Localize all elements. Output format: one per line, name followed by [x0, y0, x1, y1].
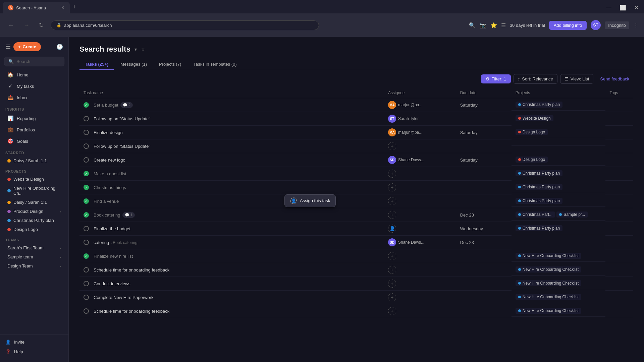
task-name[interactable]: Set a budget: [94, 103, 118, 108]
task-name[interactable]: Finalize the budget: [94, 226, 130, 231]
back-button[interactable]: ←: [5, 20, 17, 30]
task-checkbox[interactable]: [84, 116, 89, 121]
table-row[interactable]: ✓Christmas things+ Christmas Party plan: [79, 181, 633, 194]
bookmark-icon[interactable]: ⭐: [490, 22, 497, 28]
task-checkbox[interactable]: [84, 240, 89, 245]
menu-icon[interactable]: ⋮: [633, 22, 639, 28]
help-button[interactable]: ❓ Help: [0, 347, 68, 357]
hamburger-button[interactable]: ☰: [5, 43, 11, 51]
screenshot-icon[interactable]: 📷: [480, 22, 486, 28]
task-checkbox[interactable]: ✓: [84, 102, 89, 108]
task-checkbox[interactable]: [84, 130, 89, 135]
assign-placeholder[interactable]: +: [388, 293, 396, 301]
project-tag[interactable]: Christmas Party plan: [516, 170, 562, 176]
assign-placeholder[interactable]: +: [388, 266, 396, 274]
project-tag[interactable]: Christmas Party plan: [516, 198, 562, 204]
sidebar-item-home[interactable]: 🏠 Home: [2, 69, 66, 80]
view-button[interactable]: ☰ View: List: [560, 74, 593, 84]
team-sarahs-first[interactable]: Sarah's First Team ›: [2, 244, 66, 252]
task-checkbox[interactable]: [84, 143, 89, 149]
table-row[interactable]: ✓Finalize new hire list+ New Hire Onboar…: [79, 249, 633, 263]
address-bar[interactable]: 🔒 app.asana.com/0/search: [51, 20, 319, 30]
tab-close-button[interactable]: ×: [61, 5, 64, 11]
task-checkbox[interactable]: ✓: [84, 198, 89, 204]
task-name[interactable]: Create new logo: [94, 158, 125, 163]
assign-placeholder[interactable]: +: [388, 197, 396, 205]
invite-button[interactable]: 👤 Invite: [0, 337, 68, 347]
recent-button[interactable]: 🕐: [56, 44, 63, 50]
task-name[interactable]: Conduct interviews: [94, 281, 130, 286]
assign-placeholder[interactable]: +: [388, 170, 396, 178]
table-row[interactable]: catering ‹ Book cateringSDShane Daws...D…: [79, 236, 633, 249]
tab-projects[interactable]: Projects (7): [154, 59, 186, 70]
project-tag[interactable]: Design Logo: [516, 129, 548, 135]
starred-item-daisy-sarah[interactable]: Daisy / Sarah 1:1: [2, 157, 66, 165]
project-design-logo[interactable]: Design Logo: [2, 225, 66, 234]
project-tag[interactable]: New Hire Onboarding Checklist: [516, 308, 581, 314]
table-row[interactable]: Finalize designMAmarjun@pa...Saturday De…: [79, 126, 633, 139]
task-name[interactable]: Complete New Hire Paperwork: [94, 295, 153, 300]
table-row[interactable]: Conduct interviews+ New Hire Onboarding …: [79, 277, 633, 291]
sidebar-item-goals[interactable]: 🎯 Goals: [2, 136, 66, 146]
sort-button[interactable]: ↕ Sort: Relevance: [514, 74, 557, 84]
project-tag[interactable]: Website Design: [516, 115, 553, 121]
user-avatar[interactable]: ST: [591, 20, 601, 30]
assign-placeholder[interactable]: +: [388, 280, 396, 288]
project-tag[interactable]: Christmas Party plan: [516, 225, 562, 231]
project-tag[interactable]: New Hire Onboarding Checklist: [516, 294, 581, 300]
sidebar-item-portfolios[interactable]: 💼 Portfolios: [2, 124, 66, 135]
create-button[interactable]: + Create: [13, 42, 41, 51]
tab-templates[interactable]: Tasks in Templates (0): [188, 59, 242, 70]
table-row[interactable]: Finalize the budget👤Wednesday Christmas …: [79, 222, 633, 236]
table-row[interactable]: Follow up on "Status Update"STSarah Tyle…: [79, 112, 633, 126]
assign-placeholder[interactable]: +: [388, 307, 396, 315]
project-new-hire[interactable]: New Hire Onboarding Ch...: [2, 184, 66, 197]
project-tag[interactable]: Sample pr...: [556, 212, 588, 218]
sidebar-item-inbox[interactable]: 📥 Inbox: [2, 92, 66, 103]
task-checkbox[interactable]: ✓: [84, 253, 89, 259]
assign-placeholder[interactable]: +: [388, 142, 396, 150]
project-website-design[interactable]: Website Design: [2, 175, 66, 183]
billing-button[interactable]: Add billing info: [549, 21, 587, 30]
assign-placeholder[interactable]: +: [388, 211, 396, 219]
title-star-button[interactable]: ☆: [141, 47, 145, 52]
task-checkbox[interactable]: ✓: [84, 212, 89, 218]
search-icon[interactable]: 🔍: [469, 22, 476, 28]
sidebar-item-mytasks[interactable]: ✓ My tasks: [2, 81, 66, 92]
task-name[interactable]: Christmas things: [94, 185, 126, 190]
task-name[interactable]: Schedule time for onboarding feedback: [94, 267, 169, 273]
project-tag[interactable]: Christmas Party plan: [516, 102, 562, 108]
sidebar-search[interactable]: 🔍 Search: [4, 57, 64, 66]
task-checkbox[interactable]: ✓: [84, 171, 89, 176]
sidebar-toggle-icon[interactable]: ☰: [501, 22, 506, 28]
assign-placeholder[interactable]: 👤: [388, 225, 396, 233]
task-name[interactable]: Find a venue: [94, 199, 119, 204]
project-tag[interactable]: New Hire Onboarding Checklist: [516, 280, 581, 286]
project-tag[interactable]: Christmas Part...: [516, 212, 555, 218]
project-christmas-party[interactable]: Christmas Party plan: [2, 216, 66, 225]
task-checkbox[interactable]: ✓: [84, 185, 89, 190]
active-tab[interactable]: A Search - Asana ×: [3, 2, 70, 13]
table-row[interactable]: ✓Make a guest list+ Christmas Party plan: [79, 167, 633, 181]
task-checkbox[interactable]: [84, 226, 89, 231]
table-row[interactable]: Complete New Hire Paperwork+ New Hire On…: [79, 291, 633, 304]
assign-placeholder[interactable]: +: [388, 183, 396, 191]
filter-button[interactable]: ⚙ Filter: 1: [481, 74, 511, 83]
assign-task-tooltip[interactable]: 👤 Assign this task: [284, 194, 336, 207]
project-tag[interactable]: Design Logo: [516, 157, 548, 163]
task-name[interactable]: Follow up on "Status Update": [94, 144, 150, 149]
task-checkbox[interactable]: [84, 295, 89, 300]
task-checkbox[interactable]: [84, 267, 89, 273]
table-row[interactable]: Schedule time for onboarding feedback+ N…: [79, 263, 633, 277]
task-name[interactable]: Make a guest list: [94, 171, 126, 176]
task-checkbox[interactable]: [84, 157, 89, 163]
minimize-button[interactable]: —: [603, 3, 614, 12]
task-name[interactable]: Finalize new hire list: [94, 254, 133, 259]
assign-placeholder[interactable]: +: [388, 252, 396, 260]
task-name[interactable]: catering ‹ Book catering: [94, 240, 138, 245]
tab-messages[interactable]: Messages (1): [115, 59, 152, 70]
team-design[interactable]: Design Team ›: [2, 262, 66, 270]
feedback-button[interactable]: Send feedback: [596, 74, 633, 83]
project-tag[interactable]: New Hire Onboarding Checklist: [516, 253, 581, 259]
refresh-button[interactable]: ↻: [36, 20, 47, 30]
